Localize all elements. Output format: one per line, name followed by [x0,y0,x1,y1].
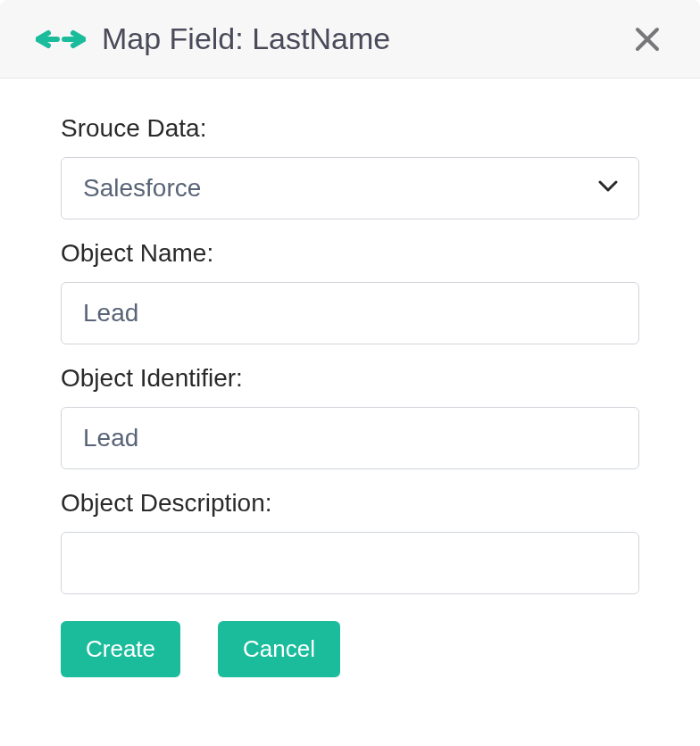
cancel-button[interactable]: Cancel [218,621,340,677]
object-identifier-group: Object Identifier: [61,364,639,469]
button-row: Create Cancel [61,621,639,677]
object-identifier-label: Object Identifier: [61,364,639,393]
source-data-group: Srouce Data: Salesforce [61,114,639,220]
source-data-select-wrapper: Salesforce [61,157,639,220]
create-button[interactable]: Create [61,621,180,677]
swap-arrows-icon [36,27,86,52]
object-identifier-input[interactable] [61,407,639,469]
modal-title: Map Field: LastName [102,21,390,56]
object-description-label: Object Description: [61,489,639,518]
modal-body: Srouce Data: Salesforce Object Name: Obj… [0,79,700,706]
header-left: Map Field: LastName [36,21,390,56]
object-name-input[interactable] [61,282,639,344]
map-field-modal: Map Field: LastName Srouce Data: Salesfo… [0,0,700,746]
close-icon[interactable] [630,22,664,56]
object-description-group: Object Description: [61,489,639,594]
source-data-label: Srouce Data: [61,114,639,143]
object-name-group: Object Name: [61,239,639,344]
source-data-select[interactable]: Salesforce [61,157,639,220]
object-description-input[interactable] [61,532,639,594]
modal-header: Map Field: LastName [0,0,700,79]
object-name-label: Object Name: [61,239,639,268]
